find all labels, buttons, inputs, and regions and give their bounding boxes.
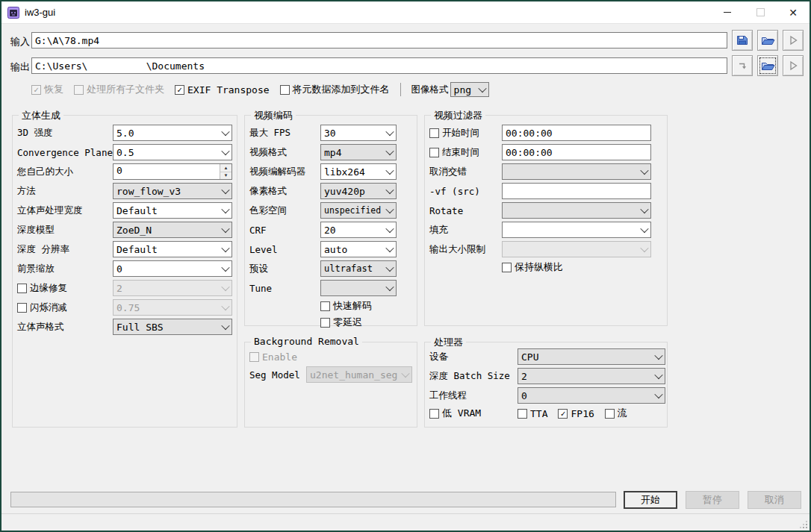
pixel-format-combo[interactable]: yuv420p	[320, 183, 397, 199]
tune-combo[interactable]	[320, 280, 397, 296]
stream-checkbox[interactable]: 流	[605, 407, 627, 420]
fp16-checkbox[interactable]: FP16	[558, 408, 594, 419]
field-row: 视频编解码器 libx264	[249, 162, 412, 181]
window-title: iw3-gui	[25, 7, 55, 18]
rotate-combo[interactable]	[502, 202, 651, 219]
max-fps-combo[interactable]: 30	[320, 125, 397, 141]
chevron-down-icon	[640, 225, 648, 233]
chevron-down-icon	[640, 205, 648, 213]
metadata-filename-checkbox[interactable]: 将元数据添加到文件名	[280, 83, 390, 96]
keep-aspect-checkbox[interactable]: 保持纵横比	[502, 260, 563, 274]
field-row: 结束时间	[429, 143, 662, 162]
end-time-input[interactable]	[502, 144, 651, 160]
max-output-size-combo	[502, 241, 651, 257]
folder-open-icon	[761, 60, 775, 72]
open-input-folder-button[interactable]	[757, 30, 778, 51]
zero-latency-checkbox[interactable]: 零延迟	[320, 316, 362, 329]
field-row: 边缘修复 2	[17, 278, 232, 298]
your-own-size-spinner[interactable]: 0 ▲ ▼	[113, 163, 232, 180]
deflicker-checkbox[interactable]: 闪烁消减	[17, 301, 113, 314]
spin-up-button[interactable]: ▲	[220, 164, 232, 172]
end-time-checkbox[interactable]: 结束时间	[429, 146, 502, 159]
maximize-button	[744, 1, 777, 23]
tta-checkbox[interactable]: TTA	[518, 408, 547, 419]
checkbox-icon	[502, 263, 512, 272]
field-row: 深度 Batch Size 2	[429, 366, 662, 386]
field-row: 方法 row_flow_v3	[17, 181, 232, 201]
depth-resolution-combo[interactable]: Default	[113, 241, 232, 257]
crf-combo[interactable]: 20	[320, 222, 397, 238]
checkbox-icon	[605, 409, 615, 419]
video-codec-combo[interactable]: libx264	[320, 163, 397, 180]
chevron-down-icon	[221, 147, 229, 155]
deinterlace-combo[interactable]	[502, 163, 651, 180]
resume-checkbox: 恢复	[31, 83, 63, 96]
chevron-down-icon	[385, 166, 394, 175]
fast-decode-checkbox[interactable]: 快速解码	[320, 299, 372, 313]
checkbox-icon	[429, 148, 439, 157]
vf-src-input[interactable]	[502, 183, 651, 199]
field-row: 开始时间	[429, 123, 662, 143]
image-format-combo[interactable]: png	[450, 82, 489, 97]
start-button[interactable]: 开始	[624, 491, 677, 509]
app-window: iw3-gui ✕ 输入 输出	[0, 0, 811, 532]
field-row: 深度 分辨率 Default	[17, 240, 232, 259]
padding-combo[interactable]	[502, 222, 651, 238]
file-select-button[interactable]	[732, 30, 753, 51]
field-row: 色彩空间 unspecified	[249, 201, 412, 220]
open-output-folder-button[interactable]	[757, 55, 778, 76]
worker-threads-combo[interactable]: 0	[518, 387, 665, 404]
video-format-combo[interactable]: mp4	[320, 144, 397, 160]
convergence-plane-combo[interactable]: 0.5	[113, 144, 232, 160]
pause-button: 暂停	[686, 491, 739, 509]
field-row: 立体声格式 Full SBS	[17, 317, 232, 337]
colorspace-combo[interactable]: unspecified	[320, 202, 397, 219]
start-time-input[interactable]	[502, 125, 651, 141]
input-path-field[interactable]	[31, 32, 727, 48]
device-combo[interactable]: CPU	[518, 348, 665, 365]
chevron-down-icon	[385, 244, 394, 252]
method-combo[interactable]: row_flow_v3	[113, 183, 232, 199]
edge-fix-checkbox[interactable]: 边缘修复	[17, 282, 113, 295]
level-combo[interactable]: auto	[320, 241, 397, 257]
recursive-checkbox: 处理所有子文件夹	[74, 83, 164, 96]
chevron-down-icon	[221, 186, 229, 194]
preset-combo[interactable]: ultrafast	[320, 260, 397, 277]
stereo-format-combo[interactable]: Full SBS	[113, 319, 232, 335]
field-row: 最大 FPS 30	[249, 123, 412, 143]
edge-fix-combo: 2	[113, 280, 232, 296]
foreground-scale-combo[interactable]: 0	[113, 260, 232, 277]
chevron-down-icon	[654, 371, 662, 379]
depth-model-combo[interactable]: ZoeD_N	[113, 222, 232, 238]
divider	[400, 83, 401, 96]
field-row: 视频格式 mp4	[249, 143, 412, 162]
play-icon	[788, 60, 798, 71]
field-row: 工作线程 0	[429, 386, 662, 405]
exif-transpose-checkbox[interactable]: EXIF Transpose	[175, 84, 270, 96]
video-filters-group: 视频过滤器 开始时间 结束时间 取消交错 -vf (src) Rotate	[424, 115, 668, 326]
chevron-down-icon	[221, 128, 229, 136]
minimize-button[interactable]	[711, 1, 744, 23]
metadata-filename-label: 将元数据添加到文件名	[293, 83, 390, 96]
low-vram-checkbox[interactable]: 低 VRAM	[429, 407, 518, 420]
start-time-checkbox[interactable]: 开始时间	[429, 127, 502, 140]
close-button[interactable]: ✕	[777, 1, 810, 23]
field-row: Seg Model u2net_human_seg	[249, 365, 412, 384]
maximize-icon	[756, 8, 765, 16]
3d-strength-combo[interactable]: 5.0	[113, 125, 232, 141]
options-row: 恢复 处理所有子文件夹 EXIF Transpose 将元数据添加到文件名 图像…	[31, 82, 489, 97]
chevron-down-icon	[640, 166, 648, 175]
output-path-field[interactable]	[31, 57, 727, 74]
auto-output-button	[732, 55, 753, 76]
background-removal-group: Background Removal Enable Seg Model u2ne…	[244, 342, 417, 428]
depth-batch-size-combo[interactable]: 2	[518, 368, 665, 384]
spin-down-button[interactable]: ▼	[220, 172, 232, 180]
checkbox-icon	[320, 301, 330, 311]
stereo-processing-width-combo[interactable]: Default	[113, 202, 232, 219]
resize-grip[interactable]	[800, 521, 807, 528]
chevron-down-icon	[221, 225, 229, 233]
stereo-generation-group: 立体生成 3D 强度 5.0 Convergence Plane 0.5 您自己…	[12, 115, 237, 428]
image-format-label: 图像格式	[411, 84, 449, 96]
field-row: 前景缩放 0	[17, 259, 232, 278]
chevron-down-icon	[385, 283, 394, 291]
